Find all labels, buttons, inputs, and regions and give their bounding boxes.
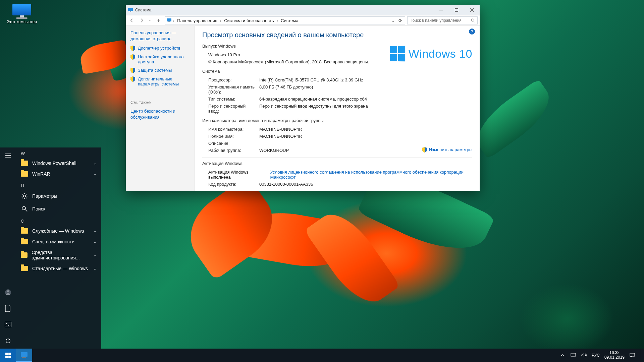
shield-icon [130, 68, 135, 73]
desktop-icon-this-pc[interactable]: Этот компьютер [7, 4, 37, 24]
copyright-text: © Корпорация Майкрософт (Microsoft Corpo… [208, 59, 369, 64]
forward-button[interactable] [138, 16, 146, 24]
start-item-accessories[interactable]: Стандартные — Windows⌄ [16, 263, 101, 274]
svg-point-29 [22, 206, 25, 210]
start-group-header[interactable]: С [16, 215, 101, 226]
clock-button[interactable]: 16:32 09.01.2019 [604, 351, 625, 360]
start-group-header[interactable]: П [16, 179, 101, 190]
sidebar-item-label: Защита системы [138, 68, 172, 73]
sidebar-item-device-manager[interactable]: Диспетчер устройств [130, 46, 190, 51]
breadcrumb-item[interactable]: Система и безопасность [223, 18, 275, 23]
start-item-settings[interactable]: Параметры [16, 190, 101, 202]
computer-icon [12, 4, 31, 17]
svg-point-20 [23, 195, 25, 197]
start-item-label: Поиск [32, 206, 45, 212]
svg-rect-36 [23, 357, 25, 357]
change-settings-label: Изменить параметры [429, 147, 472, 153]
value-system-type: 64-разрядная операционная система, проце… [259, 97, 472, 102]
start-item-winrar[interactable]: WinRAR⌄ [16, 169, 101, 179]
volume-icon[interactable] [581, 349, 587, 362]
label-pen-touch: Перо и сенсорный ввод: [208, 104, 255, 114]
sidebar-home-link[interactable]: Панель управления — домашняя страница [130, 30, 190, 42]
change-settings-link[interactable]: Изменить параметры [422, 147, 472, 153]
taskbar-app-control-panel[interactable] [16, 349, 32, 362]
chevron-down-icon: ⌄ [93, 229, 97, 233]
start-expand-button[interactable] [0, 147, 16, 164]
svg-line-28 [22, 197, 23, 198]
svg-rect-37 [22, 357, 26, 358]
start-item-powershell[interactable]: Windows PowerShell⌄ [16, 158, 101, 169]
svg-rect-8 [168, 21, 170, 22]
svg-rect-31 [5, 353, 8, 355]
page-title: Просмотр основных сведений о вашем компь… [202, 31, 472, 39]
sidebar-item-advanced-settings[interactable]: Дополнительные параметры системы [130, 76, 190, 86]
computer-icon [128, 7, 133, 13]
address-bar: › Панель управления › Система и безопасн… [126, 15, 480, 26]
breadcrumb-item[interactable]: Панель управления [176, 18, 218, 23]
user-account-button[interactable] [0, 284, 16, 300]
refresh-button[interactable]: ⟳ [397, 18, 404, 23]
sidebar-item-system-protection[interactable]: Защита системы [130, 68, 190, 73]
search-input[interactable] [410, 18, 469, 23]
back-button[interactable] [128, 16, 136, 24]
folder-icon [21, 228, 28, 234]
help-icon[interactable]: ? [469, 28, 475, 35]
titlebar[interactable]: Система [126, 5, 480, 15]
section-header-system: Система [202, 69, 472, 74]
breadcrumb[interactable]: › Панель управления › Система и безопасн… [165, 16, 405, 24]
taskbar: РУС 16:32 09.01.2019 [0, 349, 644, 362]
folder-icon [21, 239, 28, 244]
folder-icon [21, 171, 28, 177]
windows-brand-text: Windows 10 [409, 47, 472, 60]
activation-status: Активация Windows выполнена [208, 170, 267, 180]
svg-rect-32 [8, 353, 11, 355]
start-group-header[interactable]: W [16, 147, 101, 158]
label-workgroup: Рабочая группа: [208, 148, 255, 153]
maximize-button[interactable] [449, 5, 464, 15]
start-item-label: Средства администрирования... [32, 250, 97, 260]
value-computer-name: MACHINE-UNNOP4R [259, 127, 472, 132]
search-icon[interactable] [471, 18, 475, 23]
value-product-id: 00331-10000-00001-AA336 [259, 182, 472, 187]
search-icon [21, 205, 28, 213]
tray-overflow-button[interactable] [559, 349, 566, 362]
start-item-system-tools[interactable]: Служебные — Windows⌄ [16, 226, 101, 236]
value-cpu: Intel(R) Core(TM) i5-3570 CPU @ 3.40GHz … [259, 77, 472, 82]
start-item-label: Windows PowerShell [32, 161, 76, 166]
license-terms-link[interactable]: Условия лицензионного соглашения на испо… [270, 170, 472, 180]
svg-line-25 [22, 194, 23, 195]
start-button[interactable] [0, 349, 16, 362]
sidebar-item-remote-settings[interactable]: Настройка удаленного доступа [130, 54, 190, 64]
value-pen-touch: Перо и сенсорный ввод недоступны для это… [259, 104, 472, 114]
svg-line-27 [26, 194, 26, 195]
recent-locations-button[interactable] [148, 16, 153, 24]
svg-line-30 [25, 209, 27, 212]
documents-button[interactable] [0, 300, 16, 316]
folder-icon [21, 266, 28, 271]
chevron-down-icon[interactable]: ⌄ [390, 18, 396, 23]
start-item-ease-of-access[interactable]: Спец. возможности⌄ [16, 236, 101, 247]
network-icon[interactable] [570, 349, 576, 362]
svg-point-17 [6, 323, 7, 324]
pictures-button[interactable] [0, 316, 16, 333]
start-item-search[interactable]: Поиск [16, 202, 101, 215]
chevron-down-icon: ⌄ [93, 239, 97, 244]
sidebar-see-also-link[interactable]: Центр безопасности и обслуживания [130, 108, 190, 120]
up-button[interactable] [155, 16, 163, 24]
svg-rect-34 [8, 356, 11, 358]
windows-brand: Windows 10 [390, 46, 472, 61]
shield-icon [130, 54, 135, 60]
folder-icon [21, 161, 28, 166]
start-apps-list[interactable]: W Windows PowerShell⌄ WinRAR⌄ П Параметр… [16, 147, 101, 349]
breadcrumb-item[interactable]: Система [279, 18, 300, 23]
action-center-button[interactable] [629, 349, 635, 362]
search-box[interactable] [407, 16, 478, 24]
start-item-admin-tools[interactable]: Средства администрирования...⌄ [16, 247, 101, 263]
minimize-button[interactable] [433, 5, 449, 15]
chevron-down-icon: ⌄ [93, 161, 97, 166]
sidebar-see-also-header: См. также [130, 100, 190, 105]
power-button[interactable] [0, 333, 16, 349]
close-button[interactable] [464, 5, 480, 15]
input-language-indicator[interactable]: РУС [592, 353, 600, 358]
show-desktop-button[interactable] [640, 349, 642, 362]
